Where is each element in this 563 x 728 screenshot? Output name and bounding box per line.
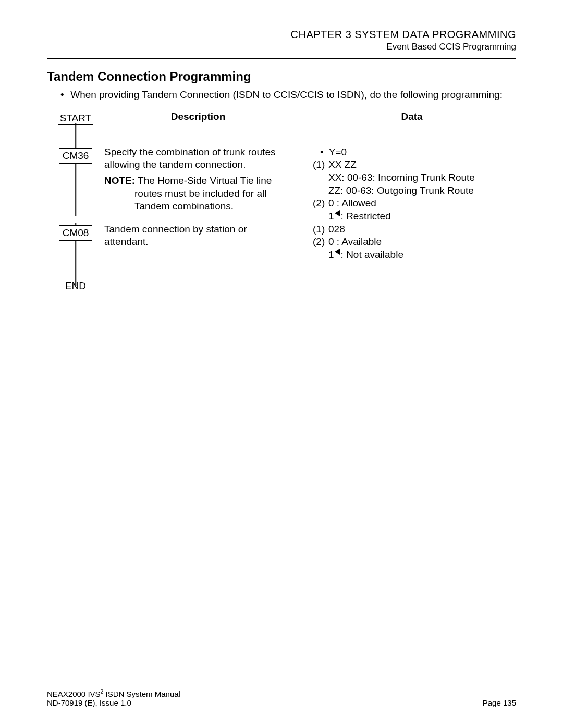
data-cell: (1)028 (2)0 : Available 1: Not available	[313, 223, 516, 296]
doc-number: ND-70919 (E), Issue 1.0	[47, 698, 180, 707]
description-header: Description	[104, 111, 292, 124]
data-line: 1: Restricted	[328, 210, 516, 223]
default-marker-icon	[335, 210, 340, 216]
data-line: (1)028	[313, 223, 516, 236]
note-block: NOTE: The Home-Side Virtual Tie line rou…	[134, 175, 292, 213]
data-line: (2)0 : Available	[313, 236, 516, 249]
page-footer: NEAX2000 IVS2 ISDN System Manual ND-7091…	[47, 685, 516, 707]
default-marker-icon	[335, 249, 340, 255]
step-content: Tandem connection by station or attendan…	[104, 223, 516, 296]
column-headers: START Description Data	[47, 111, 516, 124]
note-text: The Home-Side Virtual Tie line routes mu…	[134, 175, 272, 212]
data-line: ZZ: 00-63: Outgoing Trunk Route	[328, 184, 516, 198]
data-line: XX: 00-63: Incoming Trunk Route	[328, 171, 516, 184]
intro-paragraph: • When providing Tandem Connection (ISDN…	[60, 88, 516, 102]
flow-connector	[75, 123, 76, 216]
programming-table: START Description Data CM36 Specify the …	[47, 111, 516, 296]
flow-header: START	[47, 113, 104, 124]
data-line: 1: Not available	[328, 249, 516, 262]
description-text: Specify the combination of trunk routes …	[104, 146, 292, 171]
page-number: Page 135	[483, 698, 516, 707]
bullet-icon: •	[60, 88, 68, 102]
note-label: NOTE:	[104, 175, 135, 186]
page: CHAPTER 3 SYSTEM DATA PROGRAMMING Event …	[0, 0, 563, 728]
header-rule	[47, 58, 516, 59]
footer-rule	[47, 685, 516, 685]
description-cell: Specify the combination of trunk routes …	[104, 127, 297, 223]
step-row: CM36 Specify the combination of trunk ro…	[47, 127, 516, 223]
chapter-title: CHAPTER 3 SYSTEM DATA PROGRAMMING	[47, 29, 516, 41]
chapter-subtitle: Event Based CCIS Programming	[47, 42, 516, 52]
data-cell: Y=0 (1)XX ZZ XX: 00-63: Incoming Trunk R…	[313, 127, 516, 223]
section-title: Tandem Connection Programming	[47, 69, 516, 84]
manual-title: NEAX2000 IVS2 ISDN System Manual	[47, 688, 180, 698]
intro-text: When providing Tandem Connection (ISDN t…	[70, 89, 503, 100]
step-row: CM08 END Tandem connection by station or…	[47, 223, 516, 296]
data-line: (2)0 : Allowed	[313, 197, 516, 210]
command-box: CM36	[59, 148, 93, 164]
flowchart-column: CM36	[47, 127, 104, 216]
data-header: Data	[308, 111, 516, 124]
data-line: (1)XX ZZ	[313, 158, 516, 171]
description-text: Tandem connection by station or attendan…	[104, 223, 292, 249]
flowchart-column: CM08 END	[47, 223, 104, 296]
page-header: CHAPTER 3 SYSTEM DATA PROGRAMMING Event …	[47, 29, 516, 52]
data-bullet: Y=0	[320, 146, 516, 159]
command-box: CM08	[59, 225, 93, 241]
step-content: Specify the combination of trunk routes …	[104, 127, 516, 223]
footer-left: NEAX2000 IVS2 ISDN System Manual ND-7091…	[47, 688, 180, 707]
description-cell: Tandem connection by station or attendan…	[104, 223, 297, 296]
